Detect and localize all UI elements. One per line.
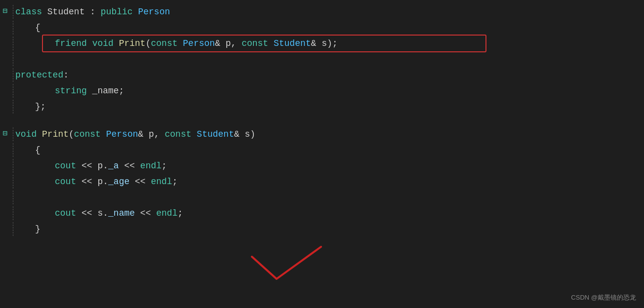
token: Print <box>42 129 69 139</box>
token: ; <box>172 177 178 187</box>
token: const <box>151 38 177 48</box>
checkmark-annotation <box>242 242 341 291</box>
token: Person <box>101 129 138 139</box>
code-line <box>0 190 644 205</box>
token: & p, <box>215 38 242 48</box>
token: & s); <box>311 38 338 48</box>
token: << p. <box>76 177 108 187</box>
token: const <box>165 129 192 139</box>
code-line: ⊟class Student : public Person <box>0 4 644 20</box>
code-line: ⊟void Print(const Person& p, const Stude… <box>0 126 644 142</box>
code-line: }; <box>0 99 644 115</box>
token: const <box>242 38 268 48</box>
vertical-bar <box>13 206 13 220</box>
code-line: } <box>0 221 644 237</box>
token: class <box>15 7 42 17</box>
token: _age <box>108 177 129 187</box>
token: & s) <box>234 129 255 139</box>
code-line: friend void Print(const Person& p, const… <box>0 36 644 51</box>
token: cout <box>55 177 76 187</box>
token: endl <box>151 177 172 187</box>
token-group: { <box>35 21 40 35</box>
token-group: } <box>35 222 40 236</box>
token-group: cout << p._age << endl; <box>55 175 178 189</box>
vertical-bar <box>13 191 13 204</box>
gutter-symbol: ⊟ <box>0 128 10 141</box>
token: protected <box>15 70 63 80</box>
code-editor: ⊟class Student : public Person{friend vo… <box>0 0 644 308</box>
token: cout <box>55 161 76 171</box>
code-line <box>0 51 644 67</box>
token: & p, <box>138 129 165 139</box>
watermark: CSDN @戴墨镜的恐龙 <box>571 293 636 302</box>
token: string <box>55 86 87 96</box>
token: : <box>63 70 69 80</box>
section-gap <box>0 115 644 126</box>
token-group: { <box>35 143 40 157</box>
token: cout <box>55 208 76 218</box>
token: _name <box>108 208 135 218</box>
code-line: cout << p._a << endl; <box>0 158 644 174</box>
token: void <box>92 38 114 48</box>
token: } <box>35 224 40 234</box>
token: ( <box>69 129 74 139</box>
vertical-bar <box>13 68 13 82</box>
token <box>37 129 42 139</box>
token: Student <box>268 38 311 48</box>
vertical-bar <box>13 143 13 157</box>
vertical-bar <box>13 100 13 114</box>
token: friend <box>55 38 87 48</box>
vertical-bar <box>13 175 13 189</box>
code-line: { <box>0 20 644 36</box>
token <box>87 38 92 48</box>
token: { <box>35 23 40 33</box>
token <box>114 38 119 48</box>
token: << p. <box>76 161 108 171</box>
token: << <box>119 161 140 171</box>
vertical-bar <box>13 159 13 173</box>
token: Person <box>178 38 215 48</box>
token: Student <box>192 129 234 139</box>
token-group: void Print(const Person& p, const Studen… <box>15 127 255 142</box>
token-group: friend void Print(const Person& p, const… <box>55 37 338 51</box>
token-group: class Student : public Person <box>15 5 170 19</box>
vertical-bar <box>13 37 13 50</box>
token: _name; <box>87 86 124 96</box>
token: public <box>101 7 133 17</box>
vertical-bar <box>13 5 13 19</box>
gutter-symbol: ⊟ <box>0 5 10 18</box>
token: Student <box>42 7 90 17</box>
token-group: }; <box>35 100 46 114</box>
token: Person <box>133 7 170 17</box>
code-line: { <box>0 142 644 158</box>
token: void <box>15 129 37 139</box>
token: endl <box>140 161 161 171</box>
code-line: string _name; <box>0 83 644 99</box>
token: endl <box>156 208 177 218</box>
vertical-bar <box>13 52 13 66</box>
token: _a <box>108 161 119 171</box>
token: << <box>135 208 156 218</box>
token: << <box>129 177 151 187</box>
token-group: cout << p._a << endl; <box>55 159 167 173</box>
token-group: protected: <box>15 68 69 82</box>
code-line: protected: <box>0 67 644 83</box>
token: ; <box>161 161 167 171</box>
token-group: string _name; <box>55 84 124 98</box>
token: << s. <box>76 208 108 218</box>
token: : <box>90 7 101 17</box>
vertical-bar <box>13 21 13 35</box>
vertical-bar <box>13 222 13 236</box>
token: { <box>35 145 40 155</box>
code-area: ⊟class Student : public Person{friend vo… <box>0 4 644 237</box>
token: const <box>74 129 101 139</box>
vertical-bar <box>13 127 13 141</box>
token-group: cout << s._name << endl; <box>55 206 183 221</box>
code-line: cout << s._name << endl; <box>0 205 644 221</box>
code-line: cout << p._age << endl; <box>0 174 644 190</box>
token: Print <box>119 38 146 48</box>
vertical-bar <box>13 84 13 98</box>
token: ; <box>177 208 183 218</box>
token: ( <box>146 38 151 48</box>
token: }; <box>35 102 46 112</box>
